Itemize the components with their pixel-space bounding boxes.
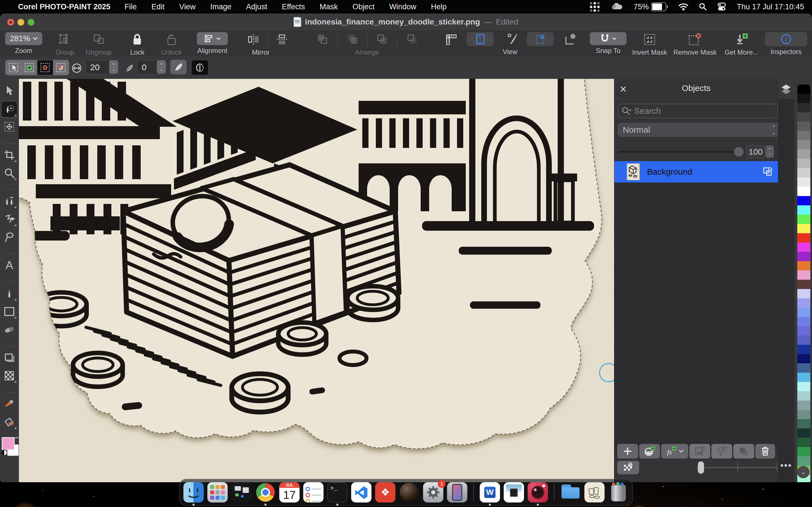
title-bar[interactable]: indonesia_finance_money_doodle_sticker.p…	[0, 13, 812, 31]
opacity-slider[interactable]	[618, 151, 739, 153]
palette-swatch[interactable]	[797, 112, 810, 122]
feather-apply-button[interactable]	[170, 60, 187, 74]
palette-swatch[interactable]	[797, 326, 810, 335]
palette-swatch[interactable]	[797, 177, 810, 187]
get-more-button[interactable]: Get More...	[725, 32, 758, 56]
palette-swatch[interactable]	[797, 252, 810, 261]
minimize-window-button[interactable]	[17, 19, 24, 25]
dock-icon-chrome[interactable]	[255, 482, 276, 503]
dock-icon-terminal[interactable]: >_	[327, 482, 348, 503]
new-lens-button[interactable]	[639, 444, 660, 459]
dock-icon-folder[interactable]	[560, 482, 581, 503]
palette-swatch[interactable]	[797, 382, 810, 391]
dock-icon-finder[interactable]	[184, 482, 204, 503]
canvas[interactable]	[19, 79, 614, 482]
lock-transparency-button[interactable]	[617, 461, 639, 474]
crop-tool[interactable]	[1, 147, 17, 163]
measure-toggle[interactable]: .	[564, 32, 576, 56]
menu-item-image[interactable]: Image	[210, 3, 232, 11]
palette-swatch[interactable]	[797, 131, 810, 140]
dock-icon-documents-stack[interactable]	[585, 482, 605, 503]
palette-swatch[interactable]	[797, 205, 810, 215]
palette-swatch[interactable]	[797, 215, 810, 224]
wifi-icon[interactable]	[679, 3, 688, 10]
lasso-tool[interactable]	[1, 229, 17, 245]
invert-mask-button[interactable]: Invert Mask	[632, 32, 667, 56]
palette-swatch[interactable]	[797, 84, 810, 94]
unlock-button[interactable]: Unlock	[161, 32, 182, 56]
layer-row-background[interactable]: Background	[614, 161, 778, 182]
control-center-icon[interactable]	[718, 3, 726, 11]
layer-transform-icon[interactable]	[762, 166, 773, 177]
pick-tool[interactable]	[1, 83, 17, 99]
page-border-toggle-active[interactable]: View	[467, 32, 494, 56]
paint-tools[interactable]	[1, 193, 17, 209]
palette-swatch[interactable]	[797, 429, 810, 438]
to-front-button[interactable]: Arrange	[310, 32, 334, 56]
menu-item-file[interactable]: File	[124, 3, 137, 11]
palette-swatch[interactable]	[797, 373, 810, 382]
palette-swatch[interactable]	[797, 363, 810, 373]
palette-swatch[interactable]	[797, 410, 810, 419]
dock-icon-red-utility[interactable]: ❖	[375, 482, 396, 503]
palette-swatch[interactable]	[797, 103, 810, 112]
palette-swatch[interactable]	[797, 94, 810, 103]
text-tool[interactable]: A	[1, 258, 17, 273]
pen-tool[interactable]	[1, 286, 17, 301]
reset-colors-icon[interactable]	[1, 450, 7, 456]
dock-icon-launchpad[interactable]	[207, 482, 228, 503]
palette-swatch[interactable]	[797, 122, 810, 131]
palette-swatch[interactable]	[797, 289, 810, 298]
eyedropper-tool[interactable]	[1, 396, 17, 412]
palette-swatch[interactable]	[797, 233, 810, 242]
zoom-level-control[interactable]: 281% Zoom	[5, 32, 42, 55]
panel-more-button[interactable]: •••	[778, 460, 794, 471]
thumbnail-size-slider[interactable]	[697, 467, 777, 468]
palette-swatch[interactable]	[797, 354, 810, 363]
battery-indicator[interactable]: 75%	[633, 2, 668, 11]
palette-swatch[interactable]	[797, 447, 810, 456]
close-window-button[interactable]	[7, 19, 14, 25]
back-one-button[interactable]: .	[375, 32, 388, 56]
opacity-steppers[interactable]: ⌃⌃	[765, 145, 774, 158]
palette-swatch[interactable]	[797, 345, 810, 354]
feather-steppers[interactable]: ⌃⌃	[157, 60, 166, 74]
opacity-value-box[interactable]: 100	[746, 145, 765, 158]
forward-one-button[interactable]: .	[346, 32, 359, 56]
alignment-button[interactable]: Alignment	[197, 32, 228, 55]
delete-object-button[interactable]	[755, 444, 775, 459]
palette-swatch[interactable]	[797, 317, 810, 326]
mirror-vertical-button[interactable]: .	[276, 32, 288, 56]
new-mask-object-button[interactable]	[711, 444, 732, 459]
palette-swatch[interactable]	[797, 419, 810, 429]
menu-item-object[interactable]: Object	[352, 3, 374, 11]
ungroup-button[interactable]: Ungroup	[86, 32, 112, 56]
mask-mode-overlap[interactable]	[53, 60, 69, 75]
menu-item-mask[interactable]: Mask	[320, 3, 338, 11]
dock-icon-mission-control[interactable]	[232, 482, 252, 503]
zoom-tool[interactable]	[1, 165, 17, 181]
new-effect-button[interactable]: fx	[661, 444, 688, 459]
mirror-horizontal-button[interactable]: Mirror	[245, 32, 262, 56]
dock-icon-planet-app[interactable]	[399, 482, 419, 503]
blend-mode-select[interactable]: Normal ⌃⌃	[618, 123, 779, 137]
palette-swatch[interactable]	[797, 298, 810, 307]
menu-item-effects[interactable]: Effects	[282, 3, 305, 11]
mask-mode-additive[interactable]	[21, 60, 37, 75]
palette-swatch[interactable]	[797, 261, 810, 270]
combine-objects-button[interactable]	[733, 444, 754, 459]
thumbnail-size-knob[interactable]	[698, 461, 704, 474]
dock-icon-reminders[interactable]	[303, 482, 324, 503]
palette-swatch[interactable]	[797, 335, 810, 345]
dock-icon-calendar[interactable]: JUL17	[280, 482, 300, 503]
palette-scroll-down-button[interactable]: ⌄	[797, 466, 809, 478]
menu-clock[interactable]: Thu 17 Jul 17:10:45	[737, 3, 804, 11]
palette-swatch[interactable]	[797, 391, 810, 400]
mask-marquee-toggle-active[interactable]: .	[527, 32, 554, 56]
rectangle-tool[interactable]	[1, 304, 17, 320]
lock-button[interactable]: Lock	[130, 32, 145, 56]
fill-tool[interactable]	[1, 414, 17, 430]
new-from-image-button[interactable]	[689, 444, 710, 459]
palette-swatch[interactable]	[797, 280, 810, 289]
dock-icon-ink-document[interactable]	[504, 482, 524, 503]
